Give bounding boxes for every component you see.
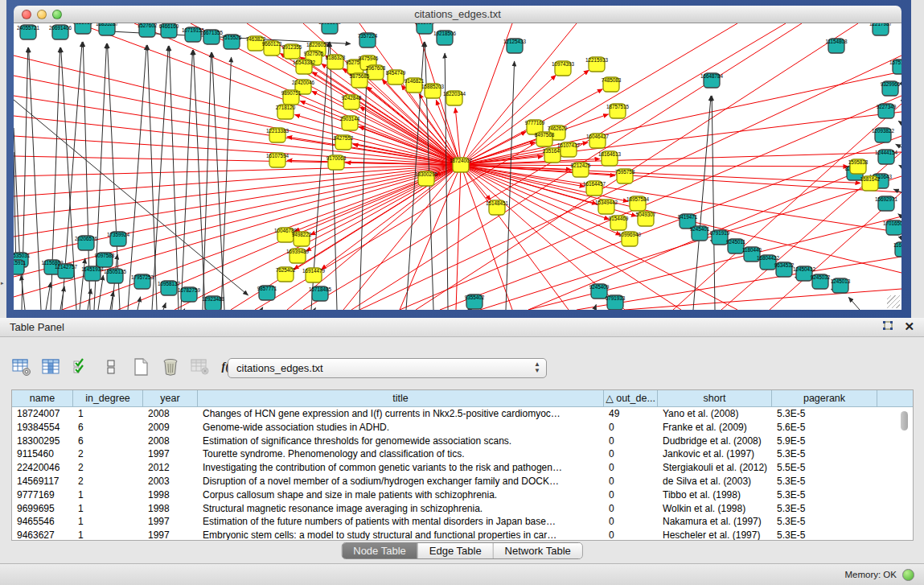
rows-icon[interactable]: [101, 356, 121, 377]
graph-node-label: 20206576: [75, 236, 98, 241]
graph-node-label: 9245032: [811, 274, 831, 280]
network-graph[interactable]: 2405572120691406913605916855287152760264…: [14, 23, 901, 310]
graph-node-label: 12125433: [503, 39, 527, 44]
graph-node-label: 7462620: [548, 126, 568, 131]
column-header-pagerank[interactable]: pagerank: [772, 390, 877, 406]
graph-node-label: 6466160: [159, 23, 179, 29]
table-row[interactable]: 977716911998Corpus callosum shape and si…: [12, 488, 913, 502]
graph-node-label: 7625402: [276, 267, 296, 273]
table-settings-icon[interactable]: [11, 356, 32, 377]
graph-node-label: 7485083: [602, 77, 622, 83]
table-cell: 9699695: [12, 502, 73, 516]
column-select-icon[interactable]: [41, 356, 62, 377]
graph-node-label: 11154808: [825, 39, 848, 44]
table-row[interactable]: 1456911722003Disruption of a novel membe…: [12, 475, 913, 488]
graph-node-label: 16107594: [266, 153, 290, 159]
table-row[interactable]: 969969511998Structural magnetic resonanc…: [12, 502, 913, 516]
graph-node-label: 9355402: [465, 295, 485, 300]
graph-node-label: 3915911: [14, 260, 27, 266]
graph-node-label: 18226058: [306, 42, 330, 47]
table-cell: Tourette syndrome. Phenomenology and cla…: [198, 447, 604, 461]
table-row[interactable]: 1938455462009Genome-wide association stu…: [12, 421, 913, 435]
graph-node-label: 8419471: [678, 214, 698, 220]
graph-node-label: 18957584: [626, 196, 650, 202]
column-header-name[interactable]: name: [12, 390, 73, 406]
graph-node-label: 15885203: [421, 84, 445, 89]
graph-node-label: 7595758: [615, 169, 635, 175]
network-canvas[interactable]: 2405572120691406913605916855287152760264…: [14, 23, 901, 310]
table-cell: 18300295: [12, 435, 73, 448]
graph-node-label: 5875685: [350, 73, 370, 79]
graph-node-label: 16804422: [757, 255, 780, 261]
window-resize-grip[interactable]: [887, 295, 900, 308]
graph-node-label: 1167533: [893, 242, 901, 248]
table-cell: 5.3E-5: [772, 529, 877, 541]
graph-node-label: 9146821: [405, 78, 425, 84]
column-header-out_de[interactable]: △ out_de...: [604, 390, 658, 406]
graph-node-label: 16107437: [557, 142, 581, 148]
table-cell: Nakamura et al. (1997): [658, 515, 772, 529]
memory-status-icon[interactable]: [902, 569, 914, 581]
graph-node-label: 17957253: [131, 274, 154, 280]
table-cell: Genome-wide association studies in ADHD.: [198, 421, 604, 435]
new-file-icon[interactable]: [130, 356, 151, 377]
table-cell: Embryonic stem cells: a model to study s…: [198, 529, 604, 541]
table-cell: 0: [604, 488, 658, 502]
table-cell: 2: [73, 461, 143, 475]
table-cell: 0: [604, 461, 658, 475]
float-panel-icon[interactable]: [881, 320, 894, 333]
table-row[interactable]: 1830029562008Estimation of significance …: [12, 435, 913, 448]
graph-node-label: 9136059: [73, 23, 93, 25]
graph-node-label: 18724007: [450, 158, 473, 163]
table-cell: 5.3E-5: [772, 475, 877, 488]
table-cell: 5.9E-5: [772, 435, 877, 448]
table-cell: 0: [604, 435, 658, 448]
table-cell: Changes of HCN gene expression and I(f) …: [198, 407, 604, 421]
column-header-year[interactable]: year: [143, 390, 198, 406]
network-window-titlebar[interactable]: citations_edges.txt: [14, 6, 901, 23]
table-cell: 6: [73, 435, 143, 448]
table-cell: 22420046: [12, 461, 73, 475]
table-type-tabs: Node TableEdge TableNetwork Table: [341, 542, 583, 559]
graph-node-label: 12213383: [266, 128, 290, 134]
graph-node-label: 16914479: [302, 268, 326, 274]
table-cell: 1: [73, 502, 143, 516]
graph-node-label: 6791933: [606, 295, 626, 301]
table-cell: 14569117: [12, 475, 73, 488]
table-selector-dropdown[interactable]: citations_edges.txt ▲▼: [228, 358, 547, 378]
checklist-icon[interactable]: [71, 356, 92, 377]
graph-node-label: 9498222: [292, 232, 312, 237]
table-cell: 0: [604, 529, 658, 541]
table-row[interactable]: 946362711997Embryonic stem cells: a mode…: [12, 529, 913, 541]
graph-node-label: 10996940: [618, 232, 642, 237]
table-row[interactable]: 911546021997Tourette syndrome. Phenomeno…: [12, 447, 913, 461]
scrollbar-thumb[interactable]: [901, 411, 908, 431]
column-header-title[interactable]: title: [198, 390, 604, 406]
table-cell: 5.3E-5: [772, 447, 877, 461]
graph-node-label: 8497568: [535, 132, 555, 138]
close-panel-icon[interactable]: ✕: [904, 320, 914, 333]
graph-node-label: 17016504: [883, 220, 901, 226]
table-scrollbar[interactable]: [900, 410, 910, 537]
graph-node-label: 12444154: [875, 150, 898, 155]
table-row[interactable]: 2242004622012Investigating the contribut…: [12, 461, 913, 475]
column-header-short[interactable]: short: [658, 390, 772, 406]
graph-node-label: 12142757: [55, 264, 78, 270]
table-row[interactable]: 946554611997Estimation of the future num…: [12, 515, 913, 529]
graph-node-label: 7357224: [358, 33, 378, 39]
import-table-icon: [190, 356, 211, 377]
delete-icon[interactable]: [160, 356, 181, 377]
tab-network-table[interactable]: Network Table: [494, 543, 582, 558]
table-cell: 1997: [143, 529, 198, 541]
graph-node-label: 2535031: [14, 253, 31, 258]
tab-edge-table[interactable]: Edge Table: [418, 543, 494, 558]
graph-node-label: 9777169: [525, 120, 545, 126]
table-cell: Structural magnetic resonance image aver…: [198, 502, 604, 516]
table-row[interactable]: 1872400712008Changes of HCN gene express…: [12, 407, 913, 421]
table-header-row: namein_degreeyeartitle△ out_de...shortpa…: [12, 390, 913, 407]
graph-node-label: 9890751: [281, 90, 302, 96]
table-cell: 1997: [143, 515, 198, 529]
table-cell: Estimation of significance thresholds fo…: [198, 435, 604, 448]
tab-node-table[interactable]: Node Table: [342, 543, 418, 558]
column-header-in_degree[interactable]: in_degree: [73, 390, 143, 406]
